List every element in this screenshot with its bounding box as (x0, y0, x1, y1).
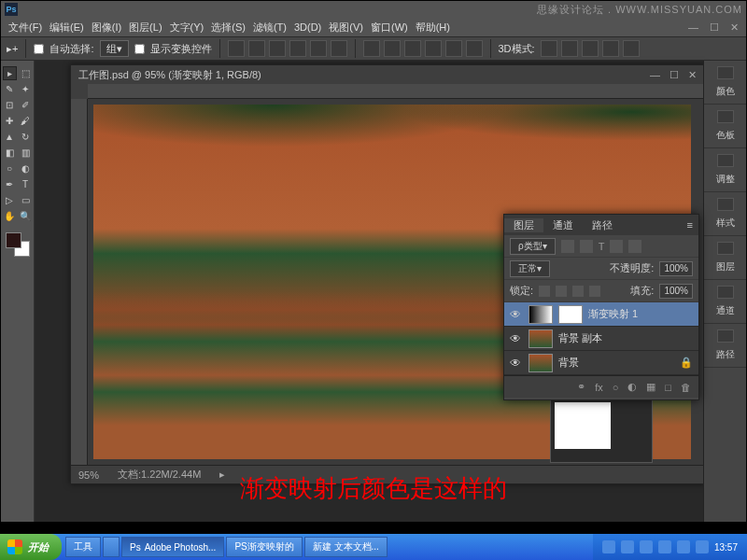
distribute-icon[interactable] (425, 40, 442, 57)
layer-row[interactable]: 👁 渐变映射 1 (504, 302, 698, 327)
layer-name[interactable]: 渐变映射 1 (588, 307, 638, 321)
menu-image[interactable]: 图像(I) (92, 21, 121, 35)
align-icon[interactable] (228, 40, 245, 57)
menu-layer[interactable]: 图层(L) (129, 21, 162, 35)
tray-icon[interactable] (677, 540, 690, 553)
layers-panel-icon[interactable] (717, 242, 734, 255)
adjustment-icon[interactable]: ◐ (627, 381, 637, 393)
new-layer-icon[interactable]: □ (665, 382, 671, 393)
visibility-icon[interactable]: 👁 (510, 332, 523, 345)
auto-select-dropdown[interactable]: 组 ▾ (100, 40, 129, 57)
opacity-input[interactable]: 100% (659, 261, 693, 276)
show-transform-checkbox[interactable] (134, 44, 145, 54)
navigator-thumb[interactable] (550, 398, 653, 463)
taskbar-item[interactable]: 新建 文本文档... (304, 537, 388, 557)
maximize-icon[interactable]: ☐ (710, 21, 719, 34)
layer-thumb[interactable] (529, 305, 553, 324)
layers-panel[interactable]: 图层 通道 路径 ≡ ρ 类型 ▾ T 正常 ▾ 不透明度: 100% 锁定: … (503, 214, 699, 400)
lock-icon[interactable] (589, 286, 600, 297)
taskbar-item[interactable] (103, 537, 120, 557)
visibility-icon[interactable]: 👁 (510, 357, 523, 370)
tray-icon[interactable] (696, 540, 709, 553)
tab-layers[interactable]: 图层 (504, 218, 543, 232)
distribute-icon[interactable] (384, 40, 401, 57)
layer-thumb[interactable] (529, 354, 553, 372)
align-icon[interactable] (310, 40, 327, 57)
swatch-panel-icon[interactable] (717, 110, 734, 123)
filter-kind-dropdown[interactable]: ρ 类型 ▾ (510, 238, 556, 255)
document-title-bar[interactable]: 工作图.psd @ 95% (渐变映射 1, RGB/8) — ☐ ✕ (71, 65, 704, 84)
fill-input[interactable]: 100% (659, 284, 693, 299)
layer-thumb[interactable] (529, 329, 553, 348)
close-icon[interactable]: ✕ (730, 21, 739, 34)
group-icon[interactable]: ▦ (646, 381, 655, 393)
history-brush-tool[interactable]: ↻ (19, 130, 33, 144)
clock[interactable]: 13:57 (714, 542, 738, 553)
doc-maximize-icon[interactable]: ☐ (669, 69, 679, 81)
3d-icon[interactable] (602, 40, 619, 57)
align-icon[interactable] (289, 40, 306, 57)
lock-icon[interactable] (556, 286, 567, 297)
filter-icon[interactable] (561, 240, 574, 253)
3d-icon[interactable] (561, 40, 578, 57)
menu-window[interactable]: 窗口(W) (371, 21, 408, 35)
distribute-icon[interactable] (445, 40, 462, 57)
channels-panel-icon[interactable] (717, 286, 734, 299)
ruler-vertical[interactable] (71, 99, 88, 465)
menu-help[interactable]: 帮助(H) (416, 21, 450, 35)
gradient-tool[interactable]: ▥ (19, 146, 33, 160)
3d-icon[interactable] (623, 40, 640, 57)
tray-icon[interactable] (658, 540, 671, 553)
tab-channels[interactable]: 通道 (543, 218, 583, 232)
auto-select-checkbox[interactable] (34, 44, 44, 54)
pen-tool[interactable]: ✒ (3, 177, 17, 191)
3d-icon[interactable] (541, 40, 557, 57)
tray-icon[interactable] (602, 540, 615, 553)
brush-tool[interactable]: 🖌 (19, 114, 33, 128)
distribute-icon[interactable] (363, 40, 380, 57)
distribute-icon[interactable] (466, 40, 483, 57)
adjust-panel-icon[interactable] (717, 154, 734, 167)
ruler-horizontal[interactable] (88, 84, 704, 99)
menu-file[interactable]: 文件(F) (8, 21, 42, 35)
filter-icon[interactable] (580, 240, 593, 253)
lasso-tool[interactable]: ✎ (3, 82, 17, 96)
marquee-tool[interactable]: ⬚ (19, 66, 33, 80)
type-tool[interactable]: T (19, 177, 33, 191)
doc-close-icon[interactable]: ✕ (688, 69, 697, 81)
filter-icon[interactable] (628, 240, 641, 253)
fg-color[interactable] (6, 232, 21, 248)
menu-filter[interactable]: 滤镜(T) (253, 21, 287, 35)
dodge-tool[interactable]: ◐ (19, 161, 33, 175)
minimize-icon[interactable]: — (688, 21, 698, 34)
layer-name[interactable]: 背景 (558, 356, 579, 370)
styles-panel-icon[interactable] (717, 198, 734, 211)
wand-tool[interactable]: ✦ (19, 82, 33, 96)
visibility-icon[interactable]: 👁 (510, 308, 523, 321)
eyedropper-tool[interactable]: ✐ (19, 98, 33, 112)
crop-tool[interactable]: ⊡ (3, 98, 17, 112)
move-tool[interactable]: ▸ (3, 66, 17, 80)
align-icon[interactable] (248, 40, 265, 57)
panel-menu-icon[interactable]: ≡ (678, 219, 698, 231)
shape-tool[interactable]: ▭ (19, 193, 33, 207)
hand-tool[interactable]: ✋ (3, 209, 17, 223)
menu-3d[interactable]: 3D(D) (294, 21, 321, 33)
tab-paths[interactable]: 路径 (583, 218, 622, 232)
layer-mask-thumb[interactable] (558, 305, 583, 324)
lock-icon[interactable] (572, 286, 584, 297)
blend-mode-dropdown[interactable]: 正常 ▾ (510, 260, 550, 277)
menu-edit[interactable]: 编辑(E) (49, 21, 84, 35)
lock-icon[interactable] (539, 286, 550, 297)
3d-icon[interactable] (582, 40, 599, 57)
heal-tool[interactable]: ✚ (3, 114, 17, 128)
layer-name[interactable]: 背景 副本 (558, 331, 602, 345)
link-icon[interactable]: ⚭ (577, 381, 585, 393)
menu-type[interactable]: 文字(Y) (170, 21, 204, 35)
paths-panel-icon[interactable] (717, 329, 734, 343)
taskbar-item[interactable]: 工具 (65, 537, 101, 557)
tray-icon[interactable] (640, 540, 653, 553)
path-tool[interactable]: ▷ (3, 193, 17, 207)
move-tool-icon[interactable]: ▸+ (7, 43, 18, 55)
doc-minimize-icon[interactable]: — (650, 69, 660, 81)
